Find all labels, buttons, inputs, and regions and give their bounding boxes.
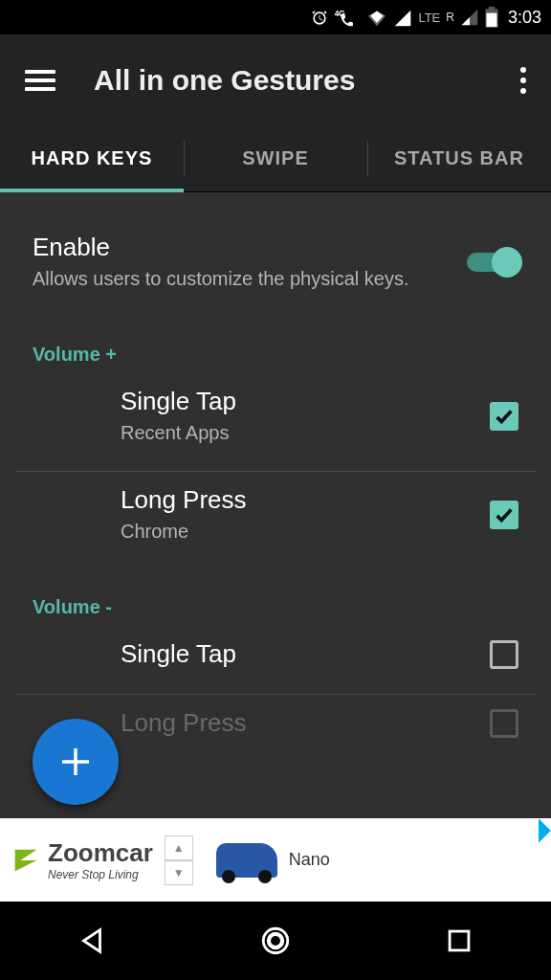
status-icons: 4G [310,7,412,27]
svg-marker-4 [84,930,100,952]
clock: 3:03 [508,8,541,28]
enable-toggle[interactable] [467,253,518,272]
item-title: Long Press [121,485,490,515]
ad-logo: Zoomcar Never Stop Living [10,838,153,881]
roaming-label: R [446,11,454,24]
svg-rect-7 [450,931,469,950]
checkbox[interactable] [490,501,518,529]
enable-title: Enable [33,233,467,262]
item-title: Long Press [121,708,490,738]
nav-recent-button[interactable] [440,922,478,960]
arrow-up-icon[interactable]: ▲ [165,835,193,860]
zoomcar-z-icon [10,844,42,877]
ad-item-name: Nano [289,850,330,870]
recent-square-icon [443,924,475,957]
section-header-volume-plus: Volume + [0,305,551,373]
tab-swipe[interactable]: SWIPE [184,125,367,191]
fab-add-button[interactable] [33,719,119,805]
plus-icon [55,742,96,782]
home-circle-icon [259,924,292,957]
call-4g-icon: 4G [334,9,361,28]
item-single-tap-volup[interactable]: Single Tap Recent Apps [0,373,551,459]
ad-carousel-arrows[interactable]: ▲ ▼ [165,835,193,885]
ad-tagline: Never Stop Living [48,868,153,881]
enable-desc: Allows users to customize the physical k… [33,266,467,292]
settings-list: Enable Allows users to customize the phy… [0,192,551,818]
nav-back-button[interactable] [73,922,111,960]
battery-icon [485,7,498,28]
app-title: All in one Gestures [94,64,520,97]
checkmark-icon [494,406,515,427]
checkbox[interactable] [490,640,518,669]
tab-bar: HARD KEYS SWIPE STATUS BAR [0,125,551,192]
android-status-bar: 4G LTE R 3:03 [0,0,551,34]
checkmark-icon [494,504,515,525]
ad-banner[interactable]: Zoomcar Never Stop Living ▲ ▼ Nano [0,818,551,902]
alarm-icon [310,9,329,28]
item-sub: Recent Apps [121,420,490,446]
car-image [216,843,277,878]
checkbox[interactable] [490,402,518,431]
back-triangle-icon [76,924,108,957]
svg-rect-1 [486,13,496,27]
nav-home-button[interactable] [256,922,295,960]
overflow-menu-icon[interactable] [520,67,526,94]
app-bar: All in one Gestures [0,34,551,125]
item-title: Single Tap [121,639,490,669]
signal-2-icon [460,8,479,27]
hamburger-menu-icon[interactable] [25,70,55,91]
adchoices-icon[interactable] [526,818,550,842]
signal-icon [393,9,412,28]
section-header-volume-minus: Volume - [0,558,551,626]
tab-status-bar[interactable]: STATUS BAR [367,125,551,191]
tab-hard-keys[interactable]: HARD KEYS [0,125,184,191]
item-single-tap-voldown[interactable]: Single Tap [0,626,551,682]
item-long-press-volup[interactable]: Long Press Chrome [0,472,551,558]
svg-point-6 [269,934,282,947]
enable-row[interactable]: Enable Allows users to customize the phy… [0,219,551,305]
android-nav-bar [0,902,551,980]
arrow-down-icon[interactable]: ▼ [165,860,193,885]
ad-brand: Zoomcar [48,838,153,868]
lte-label: LTE [418,11,440,25]
item-title: Single Tap [121,387,490,416]
wifi-icon [365,9,388,28]
item-sub: Chrome [121,519,490,545]
checkbox[interactable] [490,709,518,738]
